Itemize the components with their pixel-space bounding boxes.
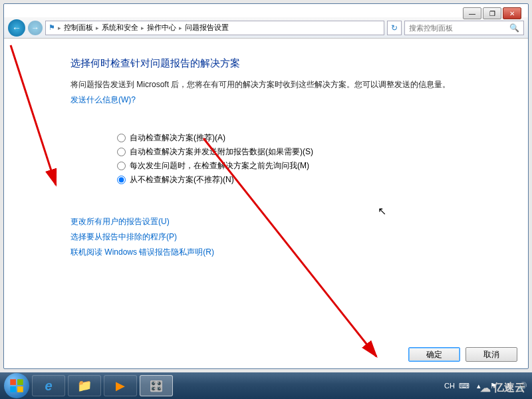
- svg-rect-3: [17, 379, 23, 385]
- info-link[interactable]: 发送什么信息(W)?: [70, 94, 462, 106]
- search-input[interactable]: [409, 24, 509, 32]
- svg-rect-5: [17, 386, 23, 392]
- radio-option-ask[interactable]: 每次发生问题时，在检查解决方案之前先询问我(M): [117, 160, 462, 172]
- nav-forward-button[interactable]: →: [28, 21, 43, 35]
- close-button[interactable]: ✕: [503, 7, 521, 19]
- ime-indicator[interactable]: CH: [444, 382, 455, 390]
- page-title: 选择何时检查针对问题报告的解决方案: [70, 57, 462, 70]
- ok-button[interactable]: 确定: [408, 347, 460, 362]
- folder-icon: 📁: [77, 378, 92, 393]
- privacy-statement-link[interactable]: 联机阅读 Windows 错误报告隐私声明(R): [70, 247, 214, 257]
- control-panel-icon: 🎛️: [150, 380, 163, 392]
- taskbar-item-control-panel[interactable]: 🎛️: [140, 375, 173, 396]
- radio-input[interactable]: [117, 162, 126, 170]
- taskbar: e 📁 ▶ 🎛️ CH ⌨ ▴ ⚑ 🖧 🔊: [0, 372, 532, 399]
- link-list: 更改所有用户的报告设置(U) 选择要从报告中排除的程序(P) 联机阅读 Wind…: [70, 215, 462, 261]
- volume-icon[interactable]: 🔊: [517, 380, 528, 391]
- explorer-window: — ❐ ✕ ← → ⚑ ▸ 控制面板 ▸ 系统和安全 ▸ 操作中心 ▸ 问题报告…: [3, 3, 529, 369]
- system-tray: CH ⌨ ▴ ⚑ 🖧 🔊: [444, 380, 528, 391]
- cancel-button[interactable]: 取消: [466, 347, 517, 362]
- maximize-button[interactable]: ❐: [483, 7, 501, 19]
- radio-input[interactable]: [117, 148, 126, 156]
- chevron-right-icon: ▸: [179, 25, 182, 31]
- svg-rect-2: [10, 379, 16, 385]
- action-center-icon[interactable]: ⚑: [488, 380, 499, 391]
- nav-back-button[interactable]: ←: [8, 19, 25, 37]
- radio-option-auto-send[interactable]: 自动检查解决方案并发送附加报告数据(如果需要)(S): [117, 146, 462, 158]
- media-player-icon: ▶: [116, 378, 125, 393]
- refresh-button[interactable]: ↻: [387, 21, 402, 35]
- svg-rect-4: [10, 386, 16, 392]
- radio-label: 自动检查解决方案(推荐)(A): [130, 132, 225, 144]
- navigation-bar: ← → ⚑ ▸ 控制面板 ▸ 系统和安全 ▸ 操作中心 ▸ 问题报告设置 ↻ 🔍: [4, 17, 528, 39]
- exclude-programs-link[interactable]: 选择要从报告中排除的程序(P): [70, 232, 177, 241]
- search-icon[interactable]: 🔍: [509, 23, 519, 33]
- taskbar-item-explorer[interactable]: 📁: [68, 375, 101, 396]
- chevron-right-icon: ▸: [141, 25, 144, 31]
- page-description: 将问题报告发送到 Microsoft 后，您将在有可用的解决方案时收到这些解决方…: [70, 79, 462, 90]
- radio-option-never[interactable]: 从不检查解决方案(不推荐)(N): [117, 174, 462, 186]
- taskbar-item-ie[interactable]: e: [32, 375, 65, 396]
- breadcrumb-item[interactable]: 控制面板: [64, 23, 93, 33]
- start-button[interactable]: [4, 373, 29, 398]
- chevron-right-icon: ▸: [58, 25, 61, 31]
- breadcrumb[interactable]: ⚑ ▸ 控制面板 ▸ 系统和安全 ▸ 操作中心 ▸ 问题报告设置: [45, 21, 384, 35]
- network-icon[interactable]: 🖧: [503, 380, 513, 391]
- svg-line-0: [11, 45, 56, 185]
- radio-label: 从不检查解决方案(不推荐)(N): [130, 174, 234, 186]
- button-bar: 确定 取消: [408, 347, 517, 362]
- breadcrumb-item[interactable]: 系统和安全: [102, 23, 138, 33]
- change-all-users-link[interactable]: 更改所有用户的报告设置(U): [70, 217, 170, 226]
- radio-option-auto[interactable]: 自动检查解决方案(推荐)(A): [117, 132, 462, 144]
- chevron-right-icon: ▸: [96, 25, 99, 31]
- window-controls: — ❐ ✕: [463, 7, 521, 19]
- breadcrumb-item[interactable]: 操作中心: [147, 23, 176, 33]
- ie-icon: e: [45, 378, 52, 394]
- minimize-button[interactable]: —: [463, 7, 481, 19]
- tray-expand-icon[interactable]: ▴: [473, 380, 484, 391]
- radio-label: 自动检查解决方案并发送附加报告数据(如果需要)(S): [130, 146, 313, 158]
- radio-input[interactable]: [117, 134, 126, 142]
- radio-group: 自动检查解决方案(推荐)(A) 自动检查解决方案并发送附加报告数据(如果需要)(…: [117, 132, 462, 188]
- breadcrumb-item[interactable]: 问题报告设置: [185, 23, 229, 33]
- taskbar-item-media[interactable]: ▶: [104, 375, 137, 396]
- keyboard-icon[interactable]: ⌨: [459, 380, 469, 391]
- flag-icon: ⚑: [49, 23, 55, 32]
- radio-input[interactable]: [117, 176, 126, 184]
- radio-label: 每次发生问题时，在检查解决方案之前先询问我(M): [130, 160, 309, 172]
- content-area: 选择何时检查针对问题报告的解决方案 将问题报告发送到 Microsoft 后，您…: [4, 39, 528, 368]
- search-box[interactable]: 🔍: [404, 21, 524, 35]
